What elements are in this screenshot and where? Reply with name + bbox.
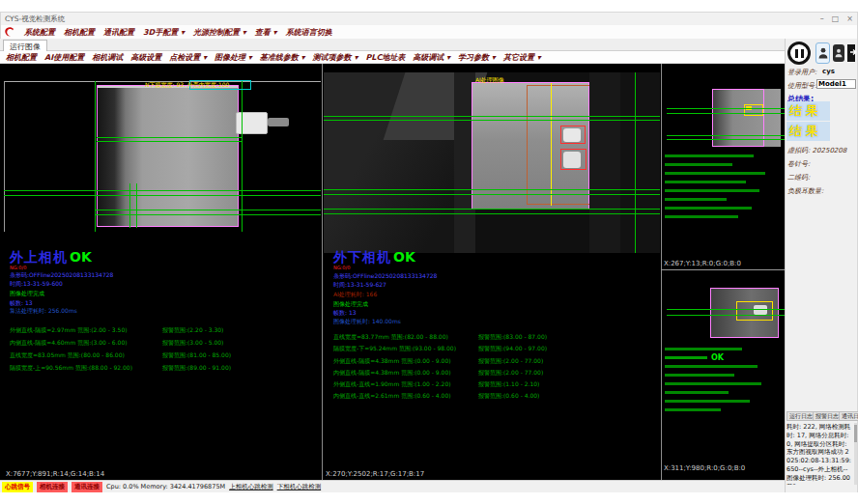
log-output: 耗时: 222, 网络检测耗时: 17, 网络分息耗时: 0, 网络提取分区耗时… [786,423,852,485]
menu-item-system-config[interactable]: 系统配置 [24,27,55,38]
barcode-line: 条形码:OFFline20250208133134728 [10,271,113,280]
alarm-range: 报警范围:(2.20 - 3.30) [162,326,223,335]
upper-camera-heartbeat-link[interactable]: 上相机心跳检测 [229,483,273,491]
app-window: CYS-视觉检测系统 – □ × 系统配置 相机配置 通讯配置 3D手配置 ▾ … [0,0,858,504]
toolbar-plc-address-table[interactable]: PLC地址表 [365,52,405,63]
text-placeholder-bar [665,348,742,350]
alarm-range: 报警范围:(89.00 - 91.00) [162,364,231,373]
guide-line [667,108,785,109]
guide-line [129,183,130,228]
connector-cable [268,118,289,126]
measurement-row: 隔膜宽度-上=90.56mm 范围:(88.00 - 92.00) [10,364,132,373]
measurement-row: 外侧直线-隔膜=4.38mm 范围:(0.00 - 9.00) [333,357,451,366]
result-ok: OK [70,249,92,265]
toolbar-camera-config[interactable]: 相机配置 [6,52,37,63]
menu-item-comm-config[interactable]: 通讯配置 [103,27,134,38]
menu-item-view[interactable]: 查看 ▾ [255,27,277,38]
pixel-coordinate-readout: X:270;Y:2502;R:17;G:17;B:17 [326,470,424,478]
guide-line [324,209,660,210]
elapsed-line: 图像处理耗时: 140.00ms [333,318,401,326]
barcode-line: 条形码:OFFline20250208133134728 [333,272,437,281]
guide-line [324,189,660,190]
left-overlay-label: N下膜宽度: 93. 外壳内宽度:100 [145,81,229,90]
toolbar-baseline-params[interactable]: 基准线参数 ▾ [260,52,305,63]
panel-divider [661,269,785,270]
menu-item-language-switch[interactable]: 系统语言切换 [286,27,332,38]
machinery-shape [589,72,620,253]
menu-item-camera-config[interactable]: 相机配置 [64,27,95,38]
camera-name: 外上相机 [10,249,68,265]
alarm-range: 报警范围:(2.00 - 77.00) [478,369,543,378]
log-tab-run[interactable]: 运行日志 [786,411,815,421]
maximize-icon[interactable]: □ [832,14,840,24]
operator-button[interactable] [833,44,844,62]
ng-info: NG:0/0 [333,265,350,270]
alarm-range: 报警范围:(3.00 - 5.00) [162,339,223,348]
text-placeholder-bar [665,181,746,183]
exit-button[interactable] [846,42,858,64]
ng-info: NG:0/0 [10,265,26,270]
lower-camera-heartbeat-link[interactable]: 下相机心跳检测 [277,483,322,491]
text-placeholder-bar [665,374,734,377]
main-view-area: N下膜宽度: 93. 外壳内宽度:100 外上相机OK NG:0/0 条形码:O… [0,64,785,480]
guide-line [136,183,137,228]
machinery-shape [620,72,660,253]
toolbar-advanced-debug[interactable]: 高级调试 ▾ [413,52,450,63]
guide-line [667,315,785,316]
tabstrip: 运行图像 [0,39,785,51]
login-user-value: cys [822,68,835,75]
guide-line [635,72,636,253]
virtual-code-line: 虚拟码: 20250208 [787,146,846,155]
process-done-line: 图像处理完成 [10,290,44,298]
guide-line [324,116,660,117]
left-camera-image[interactable] [97,85,239,227]
minimize-icon[interactable]: – [820,14,824,24]
scrollbar-thumb[interactable] [854,425,857,442]
login-user-button[interactable] [815,42,830,64]
pause-button[interactable] [787,42,811,65]
electrode-tab [754,305,767,315]
text-placeholder-bar [665,391,729,394]
alarm-range: 报警范围:(83.00 - 87.00) [478,333,547,342]
panel-divider [322,64,323,480]
alarm-range: 报警范围:(2.00 - 77.00) [478,357,543,366]
exit-door-icon [846,43,858,63]
elapsed-line: 算法处理耗时: 256.00ms [10,307,77,316]
menu-item-3d-config[interactable]: 3D手配置 ▾ [143,27,185,38]
alarm-range: 报警范围:(1.10 - 2.10) [478,380,539,389]
close-icon[interactable]: × [846,14,853,24]
guide-line [4,190,321,191]
toolbar-camera-debug[interactable]: 相机调试 [92,52,123,63]
qr-code-label: 二维码: [787,173,810,182]
guide-line [667,135,785,136]
toolbar: 相机配置 AI使用配置 相机调试 高级设置 点检设置 ▾ 图像处理 ▾ 基准线参… [0,51,785,64]
process-done-line: 图像处理完成 [333,300,368,309]
log-scrollbar[interactable] [854,423,857,485]
menu-item-light-control-config[interactable]: 光源控制配置 ▾ [193,27,246,38]
model-label: 使用型号: [787,81,816,91]
toolbar-other-settings[interactable]: 其它设置 ▾ [503,52,541,63]
needle-number-label: 卷针号: [787,159,810,169]
window-title: CYS-视觉检测系统 [5,14,820,24]
aux-result-ok: OK [711,353,724,362]
text-placeholder-bar [665,163,732,166]
toolbar-test-item-params[interactable]: 测试项参数 ▾ [313,52,358,63]
guide-line [667,309,785,310]
toolbar-learning-params[interactable]: 学习参数 ▾ [458,52,496,63]
log-tab-comm[interactable]: 通讯日志 [839,411,858,421]
guide-line [551,83,552,206]
ai-elapsed-line: AI处理耗时: 166 [333,291,377,299]
toolbar-advanced-settings[interactable]: 高级设置 [130,52,161,63]
guide-line [667,139,785,140]
tab-run-image[interactable]: 运行图像 [3,40,47,51]
measurement-row: 直线宽度=83.77mm 范围:(82.00 - 88.00) [333,333,448,342]
toolbar-spot-check-settings[interactable]: 点检设置 ▾ [169,52,207,63]
toolbar-image-processing[interactable]: 图像处理 ▾ [214,52,252,63]
log-tab-alarm[interactable]: 报警日志 [813,411,842,421]
model-input[interactable] [816,79,856,89]
text-placeholder-bar [665,207,752,210]
toolbar-ai-usage-config[interactable]: AI使用配置 [44,52,84,63]
result-ok: OK [393,249,415,265]
electrode-tab [563,128,581,142]
text-placeholder-bar [665,215,738,218]
